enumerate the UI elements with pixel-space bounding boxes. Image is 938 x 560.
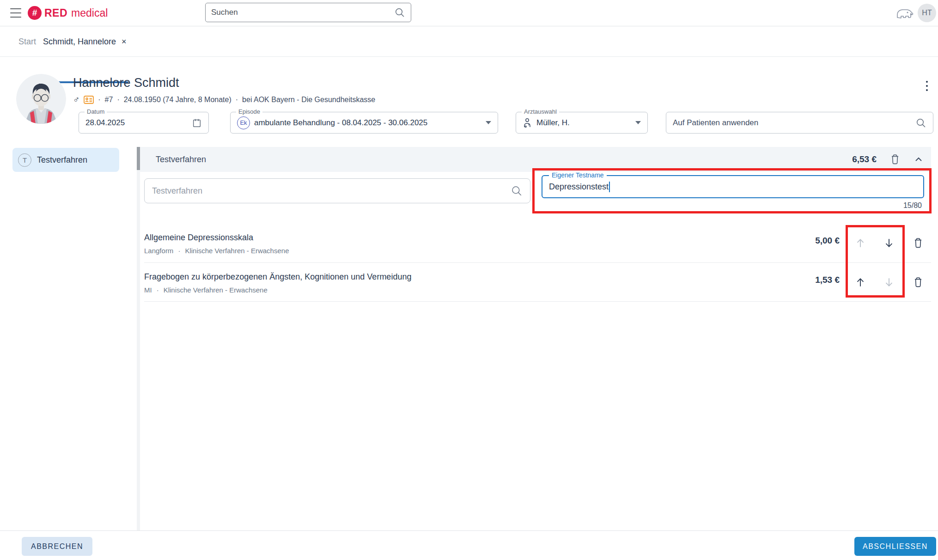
date-field[interactable]: Datum 28.04.2025: [79, 112, 209, 134]
test-category: Klinische Verfahren - Erwachsene: [185, 247, 289, 255]
test-title: Allgemeine Depressionsskala: [144, 233, 253, 243]
top-bar: # RED medical HT: [0, 0, 938, 26]
test-search-input[interactable]: [152, 186, 511, 196]
app-logo: # RED medical: [28, 6, 108, 20]
test-subtitle: Langform · Klinische Verfahren - Erwachs…: [144, 247, 289, 255]
doctor-select-label: Arztauswahl: [522, 108, 559, 115]
apply-to-patient-field[interactable]: [666, 112, 933, 134]
hippo-icon[interactable]: [894, 6, 915, 20]
chevron-down-icon[interactable]: [635, 121, 641, 124]
subtitle-separator: ·: [178, 247, 180, 255]
test-search-field[interactable]: [144, 178, 530, 203]
episode-select-label: Episode: [236, 108, 262, 115]
delete-test-icon[interactable]: [908, 272, 928, 292]
tab-patient[interactable]: Schmidt, Hannelore ×: [43, 26, 127, 57]
global-search[interactable]: [205, 3, 411, 22]
calendar-icon[interactable]: [192, 118, 202, 128]
episode-type-badge: Ek: [237, 116, 250, 129]
test-price: 5,00 €: [759, 236, 840, 246]
search-icon: [915, 117, 926, 128]
meta-separator: ·: [117, 96, 119, 104]
testverfahren-circle-icon: T: [18, 153, 31, 167]
apply-to-patient-input[interactable]: [673, 118, 915, 128]
meta-separator: ·: [98, 96, 100, 104]
gender-male-icon: ♂: [73, 95, 79, 105]
date-field-value: 28.04.2025: [85, 118, 125, 128]
search-icon: [394, 7, 405, 18]
tab-patient-label: Schmidt, Hannelore: [43, 37, 116, 47]
char-counter: 15/80: [864, 201, 922, 210]
custom-testname-label: Eigener Testname: [549, 171, 607, 179]
doctor-select-value: Müller, H.: [536, 118, 570, 128]
collapse-chevron-up-icon[interactable]: [913, 153, 925, 165]
episode-select[interactable]: Episode Ek ambulante Behandlung - 08.04.…: [230, 112, 498, 134]
patient-name: Hannelore Schmidt: [73, 76, 179, 90]
submit-button[interactable]: ABSCHLIESSEN: [854, 537, 936, 556]
tab-bar: Start Schmidt, Hannelore ×: [0, 26, 938, 57]
move-up-button[interactable]: [850, 233, 871, 253]
doctor-icon: [523, 118, 532, 128]
id-card-icon[interactable]: [84, 96, 94, 104]
global-search-input[interactable]: [211, 8, 394, 17]
move-down-button[interactable]: [879, 272, 899, 292]
kebab-menu-icon[interactable]: [922, 79, 932, 92]
delete-test-icon[interactable]: [908, 233, 928, 253]
search-icon: [511, 185, 523, 197]
patient-insurance: bei AOK Bayern - Die Gesundheitskasse: [242, 96, 375, 104]
app-window: # RED medical HT Start Schmidt, Hannelor…: [0, 0, 938, 560]
date-field-label: Datum: [85, 108, 107, 115]
brand-name-bold: RED: [44, 7, 67, 19]
sidebar-item-label: Testverfahren: [37, 155, 87, 165]
test-tag: Langform: [144, 247, 173, 255]
panel-total-price: 6,53 €: [852, 154, 877, 164]
menu-icon[interactable]: [10, 8, 21, 18]
cancel-button[interactable]: ABBRECHEN: [22, 537, 92, 556]
tab-close-icon[interactable]: ×: [122, 37, 127, 47]
brand-name-light: medical: [71, 7, 108, 19]
move-up-button[interactable]: [850, 272, 871, 292]
patient-number: #7: [105, 96, 113, 104]
meta-separator: ·: [236, 96, 238, 104]
test-category: Klinische Verfahren - Erwachsene: [164, 286, 268, 294]
brand-hash-icon: #: [28, 6, 42, 20]
panel-scrollbar[interactable]: [137, 147, 140, 530]
test-tag: MI: [144, 286, 152, 294]
user-avatar[interactable]: HT: [918, 4, 936, 22]
row-divider: [144, 262, 931, 263]
test-subtitle: MI · Klinische Verfahren - Erwachsene: [144, 286, 268, 294]
episode-select-value: ambulante Behandlung - 08.04.2025 - 30.0…: [254, 118, 427, 128]
patient-avatar: [16, 74, 66, 124]
patient-meta: ♂ · #7 · 24.08.1950 (74 Jahre, 8 Monate)…: [73, 94, 375, 105]
footer-divider: [0, 530, 938, 531]
test-title: Fragebogen zu körperbezogenen Ängsten, K…: [144, 272, 411, 282]
subtitle-separator: ·: [157, 286, 159, 294]
custom-testname-field[interactable]: Eigener Testname Depressionstest: [542, 175, 924, 198]
sidebar-item-testverfahren[interactable]: T Testverfahren: [12, 148, 119, 172]
patient-birthdate: 24.08.1950 (74 Jahre, 8 Monate): [124, 96, 231, 104]
tab-start[interactable]: Start: [18, 26, 36, 57]
doctor-select[interactable]: Arztauswahl Müller, H.: [516, 112, 648, 134]
custom-testname-value[interactable]: Depressionstest: [549, 182, 609, 192]
row-divider: [144, 301, 931, 302]
panel-title: Testverfahren: [156, 155, 206, 164]
text-cursor: [609, 182, 610, 192]
panel-scrollbar-thumb[interactable]: [137, 147, 140, 170]
move-down-button[interactable]: [879, 233, 899, 253]
chevron-down-icon[interactable]: [486, 121, 491, 124]
panel-trash-icon[interactable]: [889, 153, 901, 165]
test-price: 1,53 €: [759, 275, 840, 285]
panel-header: Testverfahren 6,53 €: [140, 147, 931, 172]
